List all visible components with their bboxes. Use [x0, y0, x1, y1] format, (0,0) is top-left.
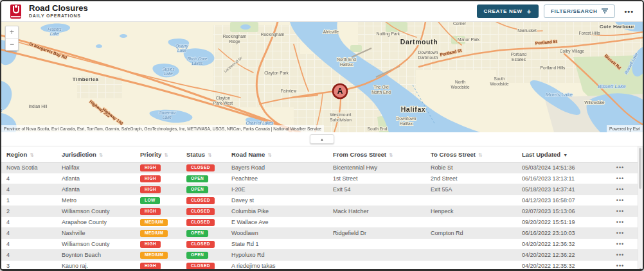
map-label: Halifax — [340, 62, 353, 67]
cell-region: 4 — [6, 219, 62, 225]
cell-road-name: Hypoluxo Rd — [231, 252, 333, 258]
column-header-last-updated[interactable]: Last Updated▼ — [522, 151, 607, 158]
table-row[interactable]: 3Kauno raj.HIGHCLOSEDA riedejimo takas04… — [1, 261, 643, 271]
cell-status: OPEN — [186, 229, 231, 237]
cell-priority: HIGH — [140, 207, 186, 215]
priority-badge: HIGH — [140, 164, 161, 171]
status-badge: OPEN — [186, 230, 208, 237]
cell-status: CLOSED — [186, 197, 231, 204]
scrollbar-down-arrow[interactable]: ▼ — [638, 267, 643, 271]
map-label: Bissett Lake — [598, 83, 626, 89]
cell-status: CLOSED — [186, 262, 231, 270]
sort-icon: ⇅ — [267, 152, 271, 158]
cell-jurisdiction: Metro — [62, 197, 140, 204]
cell-last-updated: 05/03/2024 14:51:36 — [522, 164, 607, 171]
map-label: Willowdale — [584, 100, 605, 105]
status-badge: OPEN — [186, 252, 208, 259]
table-row[interactable]: 4Boynton BeachMEDIUMOPENHypoluxo Rd04/20… — [1, 250, 643, 261]
map-label: Manor Park — [458, 37, 480, 42]
map-label: Downtown — [397, 116, 416, 121]
column-header-jurisdiction[interactable]: Jurisdiction⇅ — [62, 151, 140, 158]
map-label: Halifax — [401, 105, 426, 113]
table-row[interactable]: Nova ScotiaHalifaxHIGHCLOSEDBayers RoadB… — [1, 162, 643, 173]
collapse-panel-button[interactable]: ▲ — [310, 134, 334, 144]
cell-status: OPEN — [186, 186, 231, 193]
cell-to-cross-street: Robie St — [431, 164, 522, 171]
sort-icon: ⇅ — [208, 152, 211, 158]
cell-region: 4 — [6, 186, 62, 193]
cell-road-name: I-20E — [231, 186, 333, 193]
filter-search-button[interactable]: FILTER/SEARCH — [544, 4, 616, 18]
map-label: The Old — [373, 85, 389, 89]
cell-jurisdiction: Boynton Beach — [62, 252, 140, 258]
status-badge: CLOSED — [186, 208, 215, 215]
cell-last-updated: 02/07/2023 15:13:06 — [522, 208, 607, 214]
cell-jurisdiction: Atlanta — [62, 186, 140, 193]
sort-icon: ⇅ — [389, 152, 393, 158]
column-header-road-name[interactable]: Road Name⇅ — [231, 151, 333, 158]
cell-status: CLOSED — [186, 164, 231, 171]
cell-from-cross-street: Ridgefield Dr — [333, 230, 431, 236]
priority-badge: HIGH — [140, 186, 161, 193]
map-label: Indian Hill — [29, 104, 48, 109]
cell-priority: MEDIUM — [140, 229, 186, 237]
table-row[interactable]: 4AtlantaHIGHOPENI-20EExit 54Exit 55A05/1… — [1, 184, 643, 195]
table-row[interactable]: 4Williamson CountyHIGHCLOSEDState Rd 104… — [1, 239, 643, 250]
cell-priority: HIGH — [140, 175, 186, 182]
map-attribution: Province of Nova Scotia, Esri Canada, Es… — [1, 125, 643, 132]
sort-icon: ⇅ — [478, 152, 482, 158]
map-label: Portland — [511, 52, 527, 57]
top-bar: Road Closures DAILY OPERATIONS CREATE NE… — [1, 1, 643, 22]
status-badge: CLOSED — [186, 263, 215, 270]
column-header-to-cross-street[interactable]: To Cross Street⇅ — [431, 151, 522, 158]
map-label: Timberlea — [73, 76, 99, 82]
table-row[interactable]: 4NashvilleMEDIUMOPENWoodlawnRidgefield D… — [1, 228, 643, 239]
create-new-button[interactable]: CREATE NEW + — [477, 4, 539, 18]
table-row[interactable]: 4AtlantaHIGHOPENPeachtree1st Street2nd S… — [1, 173, 643, 184]
map-label: Lake — [50, 31, 59, 36]
map-label: North End — [371, 90, 391, 94]
priority-badge: MEDIUM — [140, 230, 168, 237]
table-row[interactable]: 4Arapahoe CountyMEDIUMCLOSEDE Wallace Av… — [1, 217, 643, 228]
column-header-status[interactable]: Status⇅ — [186, 151, 231, 158]
cell-priority: MEDIUM — [140, 251, 186, 259]
priority-badge: LOW — [140, 197, 160, 204]
cell-road-name: Woodlawn — [231, 230, 333, 236]
road-closure-marker-icon[interactable]: A — [333, 84, 347, 98]
status-badge: OPEN — [186, 175, 208, 182]
table-header-row: Region⇅Jurisdiction⇅Priority⇅Status⇅Road… — [1, 146, 643, 162]
create-new-label: CREATE NEW — [484, 8, 523, 14]
map-label: Clayton Park — [264, 71, 289, 76]
map-label: Africville — [323, 30, 339, 34]
zoom-in-button[interactable]: + — [6, 26, 18, 39]
cell-road-name: A riedejimo takas — [231, 263, 333, 269]
priority-badge: HIGH — [140, 263, 161, 270]
table-row[interactable]: 2Williamson CountyHIGHCLOSEDColumbia Pik… — [1, 206, 643, 217]
powered-by-esri: Powered by Esri — [607, 125, 643, 132]
zoom-out-button[interactable]: − — [6, 39, 18, 50]
column-header-from-cross-street[interactable]: From Cross Street⇅ — [333, 151, 431, 158]
column-header-region[interactable]: Region⇅ — [6, 151, 62, 158]
map-label: Chain of Lakes — [246, 121, 274, 125]
cell-road-name: State Rd 1 — [231, 241, 333, 247]
caret-up-icon: ▲ — [320, 137, 323, 141]
cell-to-cross-street: Henpeck — [431, 208, 522, 214]
table-scrollbar[interactable]: ▼ — [638, 146, 643, 271]
map-label: Clayton — [216, 96, 231, 101]
map-canvas[interactable]: FrasersLakeBlack LakeIndian HillTimberle… — [1, 22, 643, 132]
page-title: Road Closures — [29, 4, 88, 13]
cell-region: Nova Scotia — [6, 164, 62, 171]
cell-from-cross-street: 1st Street — [333, 175, 431, 182]
map-label: Portland Hills — [541, 66, 566, 70]
header-more-menu[interactable]: ••• — [624, 9, 634, 14]
priority-badge: HIGH — [140, 241, 161, 248]
column-header-priority[interactable]: Priority⇅ — [140, 151, 186, 158]
panel-divider: ▲ — [1, 132, 643, 146]
cell-jurisdiction: Arapahoe County — [62, 219, 140, 225]
scrollbar-thumb[interactable] — [639, 148, 641, 189]
map-label: Cole Harbour — [600, 24, 634, 30]
cell-status: CLOSED — [186, 240, 231, 248]
cell-road-name: E Wallace Ave — [231, 219, 333, 225]
table-row[interactable]: 1MetroLOWCLOSEDDavey st04/12/2023 16:58:… — [1, 195, 643, 206]
map-zoom-control: + − — [5, 26, 19, 51]
